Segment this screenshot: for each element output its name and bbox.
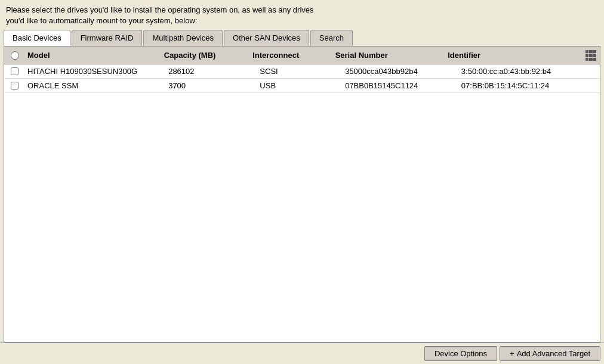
- checkbox-row-2[interactable]: [11, 82, 19, 90]
- col-header-icon: [582, 48, 600, 62]
- row-checkbox-1[interactable]: [4, 65, 25, 78]
- col-header-interconnect: Interconnect: [250, 48, 332, 62]
- row-1-capacity: 286102: [166, 64, 257, 78]
- table-row: HITACHI H109030SESUN300G 286102 SCSI 350…: [4, 64, 600, 79]
- header-line1: Please select the drives you'd like to i…: [6, 5, 314, 14]
- add-advanced-target-button[interactable]: + Add Advanced Target: [500, 346, 600, 361]
- col-header-capacity: Capacity (MB): [162, 48, 250, 62]
- row-2-interconnect: USB: [257, 79, 343, 92]
- row-2-identifier: 07:BB:0B:15:14:5C:11:24: [459, 79, 600, 92]
- tab-other-san-devices[interactable]: Other SAN Devices: [224, 30, 309, 46]
- header-line2: you'd like to automatically mount to you…: [6, 16, 197, 25]
- tab-multipath-devices[interactable]: Multipath Devices: [143, 30, 223, 46]
- col-header-model: Model: [25, 48, 162, 62]
- grid-view-icon[interactable]: [585, 50, 596, 61]
- tab-firmware-raid[interactable]: Firmware RAID: [72, 30, 143, 46]
- row-2-serial: 07BB0B15145C1124: [343, 79, 459, 92]
- footer: Device Options + Add Advanced Target: [0, 343, 604, 364]
- table-header: Model Capacity (MB) Interconnect Serial …: [4, 47, 600, 64]
- table-row: ORACLE SSM 3700 USB 07BB0B15145C1124 07:…: [4, 79, 600, 93]
- tab-search[interactable]: Search: [310, 30, 353, 46]
- row-1-interconnect: SCSI: [257, 64, 343, 78]
- row-2-capacity: 3700: [166, 79, 257, 92]
- checkbox-row-1[interactable]: [11, 67, 19, 75]
- main-container: Please select the drives you'd like to i…: [0, 0, 604, 364]
- row-1-model: HITACHI H109030SESUN300G: [25, 64, 166, 78]
- plus-icon: +: [510, 349, 514, 358]
- header-check-col: [4, 48, 25, 62]
- row-1-identifier: 3:50:00:cc:a0:43:bb:92:b4: [459, 64, 600, 78]
- device-options-button[interactable]: Device Options: [424, 346, 497, 361]
- tabs-container: Basic Devices Firmware RAID Multipath De…: [0, 30, 604, 46]
- col-header-identifier: Identifier: [445, 48, 582, 62]
- select-all-circle[interactable]: [11, 51, 19, 60]
- col-header-serial: Serial Number: [333, 48, 446, 62]
- row-2-model: ORACLE SSM: [25, 79, 166, 92]
- content-area: Model Capacity (MB) Interconnect Serial …: [4, 46, 600, 343]
- tab-basic-devices[interactable]: Basic Devices: [4, 30, 70, 46]
- row-1-serial: 35000cca043bb92b4: [343, 64, 459, 78]
- header-text: Please select the drives you'd like to i…: [0, 0, 604, 30]
- row-checkbox-2[interactable]: [4, 79, 25, 92]
- table-data: HITACHI H109030SESUN300G 286102 SCSI 350…: [4, 64, 600, 342]
